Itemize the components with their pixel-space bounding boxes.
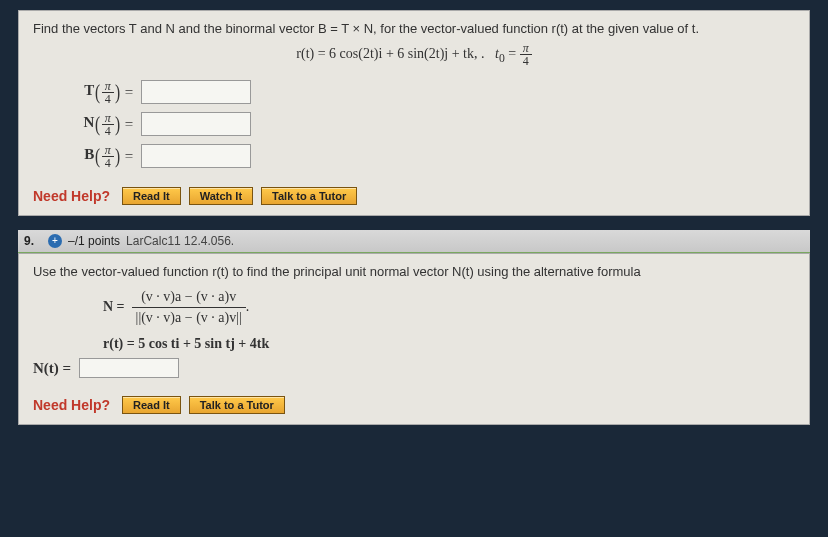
prompt-top: Find the vectors T and N and the binorma… <box>33 21 795 36</box>
need-help-row-top: Need Help? Read It Watch It Talk to a Tu… <box>33 187 795 205</box>
question-reference: LarCalc11 12.4.056. <box>126 234 234 248</box>
input-N[interactable] <box>141 112 251 136</box>
row-N: N(π4) = <box>57 111 795 137</box>
input-Nt[interactable] <box>79 358 179 378</box>
equation-rt-9: r(t) = 5 cos ti + 5 sin tj + 4tk <box>103 336 795 352</box>
equation-r: r(t) = 6 cos(2t)i + 6 sin(2t)j + tk, . t… <box>33 42 795 67</box>
watch-it-button[interactable]: Watch It <box>189 187 253 205</box>
vector-N-label: N(π4) <box>57 111 121 137</box>
need-help-row-9: Need Help? Read It Talk to a Tutor <box>33 396 795 414</box>
input-B[interactable] <box>141 144 251 168</box>
expand-icon[interactable]: + <box>48 234 62 248</box>
points-label: –/1 points <box>68 234 120 248</box>
question-body-9: Use the vector-valued function r(t) to f… <box>18 253 810 425</box>
formula-N: N = (v · v)a − (v · a)v (v · v)a − (v · … <box>103 287 795 328</box>
formula-fraction: (v · v)a − (v · a)v (v · v)a − (v · a)v <box>132 287 246 328</box>
read-it-button[interactable]: Read It <box>122 187 181 205</box>
fraction-pi-4: π 4 <box>520 42 532 67</box>
row-T: T(π4) = <box>57 79 795 105</box>
Nt-label: N(t) = <box>33 360 71 377</box>
talk-to-tutor-button[interactable]: Talk to a Tutor <box>189 396 285 414</box>
prompt-9: Use the vector-valued function r(t) to f… <box>33 264 795 279</box>
row-B: B(π4) = <box>57 143 795 169</box>
question-body-top: Find the vectors T and N and the binorma… <box>18 10 810 216</box>
question-header-9: 9. + –/1 points LarCalc11 12.4.056. <box>18 230 810 253</box>
question-number: 9. <box>24 234 34 248</box>
talk-to-tutor-button[interactable]: Talk to a Tutor <box>261 187 357 205</box>
need-help-label: Need Help? <box>33 397 110 413</box>
vector-B-label: B(π4) <box>57 143 121 169</box>
row-Nt: N(t) = <box>33 358 795 378</box>
need-help-label: Need Help? <box>33 188 110 204</box>
read-it-button[interactable]: Read It <box>122 396 181 414</box>
input-T[interactable] <box>141 80 251 104</box>
vector-T-label: T(π4) <box>57 79 121 105</box>
